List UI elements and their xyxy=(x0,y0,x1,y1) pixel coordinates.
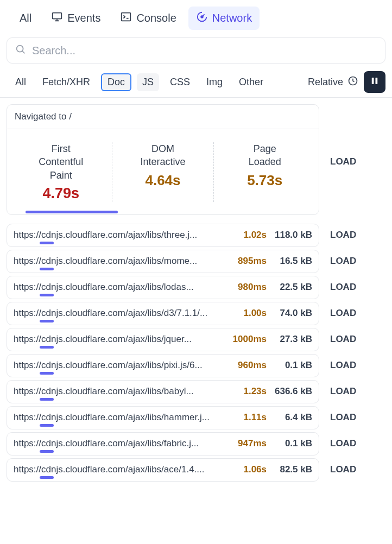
metric: PageLoaded5.73s xyxy=(214,142,315,202)
request-time: 1.11s xyxy=(236,412,267,423)
request-tag: LOAD xyxy=(330,360,356,371)
request-row: https://cdnjs.cloudflare.com/ajax/libs/b… xyxy=(7,380,385,403)
request-tag: LOAD xyxy=(330,308,356,319)
tab-all[interactable]: All xyxy=(12,8,39,29)
svg-rect-11 xyxy=(376,78,378,84)
request-size: 82.5 kB xyxy=(273,464,312,475)
request-tag: LOAD xyxy=(330,412,356,423)
svg-rect-10 xyxy=(372,78,374,84)
monitor-icon xyxy=(51,11,63,26)
request-size: 0.1 kB xyxy=(273,438,312,449)
search-container xyxy=(7,37,385,64)
metric-value: 4.79s xyxy=(15,185,108,202)
request-row: https://cdnjs.cloudflare.com/ajax/libs/p… xyxy=(7,354,385,377)
request-url: https://cdnjs.cloudflare.com/ajax/libs/p… xyxy=(14,360,230,371)
request-card[interactable]: https://cdnjs.cloudflare.com/ajax/libs/h… xyxy=(7,406,319,429)
request-tag: LOAD xyxy=(330,256,356,267)
navigation-header: Navigated to / xyxy=(7,105,319,129)
metric-label: PageLoaded xyxy=(218,142,311,169)
terminal-icon xyxy=(120,11,132,26)
filter-row: All Fetch/XHR Doc JS CSS Img Other Relat… xyxy=(7,71,385,93)
metrics: FirstContentfulPaint4.79sDOMInteractive4… xyxy=(7,129,319,206)
metric-value: 5.73s xyxy=(218,172,311,189)
request-card[interactable]: https://cdnjs.cloudflare.com/ajax/libs/m… xyxy=(7,250,319,273)
navigation-card[interactable]: Navigated to / FirstContentfulPaint4.79s… xyxy=(7,104,319,215)
request-time: 895ms xyxy=(236,256,267,267)
timeline-bar xyxy=(40,398,54,401)
filter-img[interactable]: Img xyxy=(201,73,228,91)
pause-button[interactable] xyxy=(364,71,385,93)
tab-label: Events xyxy=(67,12,100,24)
relative-toggle[interactable]: Relative xyxy=(308,75,358,89)
timeline-bar xyxy=(40,450,54,453)
request-time: 1.02s xyxy=(236,230,267,241)
request-size: 16.5 kB xyxy=(273,256,312,267)
pause-icon xyxy=(370,76,380,88)
request-url: https://cdnjs.cloudflare.com/ajax/libs/b… xyxy=(14,386,230,397)
filter-all[interactable]: All xyxy=(10,73,31,91)
request-row: https://cdnjs.cloudflare.com/ajax/libs/f… xyxy=(7,432,385,456)
request-url: https://cdnjs.cloudflare.com/ajax/libs/m… xyxy=(14,256,230,267)
metric-label: FirstContentfulPaint xyxy=(15,142,108,182)
filter-js[interactable]: JS xyxy=(137,73,159,91)
filter-other[interactable]: Other xyxy=(233,73,269,91)
request-row: https://cdnjs.cloudflare.com/ajax/libs/a… xyxy=(7,458,385,482)
request-url: https://cdnjs.cloudflare.com/ajax/libs/f… xyxy=(14,438,230,449)
request-size: 0.1 kB xyxy=(273,360,312,371)
tab-network[interactable]: Network xyxy=(188,7,260,30)
request-card[interactable]: https://cdnjs.cloudflare.com/ajax/libs/b… xyxy=(7,380,319,403)
metric-value: 4.64s xyxy=(117,172,210,189)
request-size: 636.6 kB xyxy=(273,386,312,397)
request-size: 6.4 kB xyxy=(273,412,312,423)
timeline-bar xyxy=(40,294,54,296)
request-card[interactable]: https://cdnjs.cloudflare.com/ajax/libs/j… xyxy=(7,328,319,351)
timeline-bar xyxy=(40,372,54,375)
request-card[interactable]: https://cdnjs.cloudflare.com/ajax/libs/d… xyxy=(7,302,319,325)
tab-events[interactable]: Events xyxy=(43,7,108,30)
metric: FirstContentfulPaint4.79s xyxy=(10,142,112,202)
request-time: 980ms xyxy=(236,282,267,293)
search-input[interactable] xyxy=(32,45,377,57)
request-tag: LOAD xyxy=(330,334,356,345)
request-row: https://cdnjs.cloudflare.com/ajax/libs/d… xyxy=(7,302,385,325)
filter-doc[interactable]: Doc xyxy=(101,73,131,91)
timeline-bar xyxy=(40,424,54,427)
timeline-bar xyxy=(40,242,54,244)
tab-console[interactable]: Console xyxy=(112,7,184,30)
svg-rect-3 xyxy=(122,13,131,21)
request-tag: LOAD xyxy=(330,386,356,397)
request-tag: LOAD xyxy=(330,230,356,241)
svg-rect-0 xyxy=(53,13,62,19)
relative-label: Relative xyxy=(308,77,343,88)
navigation-row: Navigated to / FirstContentfulPaint4.79s… xyxy=(7,104,385,219)
metric-label: DOMInteractive xyxy=(117,142,210,169)
filter-css[interactable]: CSS xyxy=(165,73,195,91)
request-time: 960ms xyxy=(236,360,267,371)
request-row: https://cdnjs.cloudflare.com/ajax/libs/t… xyxy=(7,224,385,247)
request-tag: LOAD xyxy=(330,464,356,475)
request-card[interactable]: https://cdnjs.cloudflare.com/ajax/libs/l… xyxy=(7,276,319,299)
request-url: https://cdnjs.cloudflare.com/ajax/libs/j… xyxy=(14,334,226,345)
filter-fetch-xhr[interactable]: Fetch/XHR xyxy=(37,73,96,91)
request-card[interactable]: https://cdnjs.cloudflare.com/ajax/libs/f… xyxy=(7,432,319,456)
timeline-bar xyxy=(40,346,54,349)
request-row: https://cdnjs.cloudflare.com/ajax/libs/j… xyxy=(7,328,385,351)
request-card[interactable]: https://cdnjs.cloudflare.com/ajax/libs/p… xyxy=(7,354,319,377)
request-row: https://cdnjs.cloudflare.com/ajax/libs/l… xyxy=(7,276,385,299)
request-time: 1.00s xyxy=(236,308,267,319)
request-time: 1000ms xyxy=(233,334,267,345)
request-row: https://cdnjs.cloudflare.com/ajax/libs/m… xyxy=(7,250,385,273)
request-card[interactable]: https://cdnjs.cloudflare.com/ajax/libs/t… xyxy=(7,224,319,247)
metric: DOMInteractive4.64s xyxy=(112,142,214,202)
request-time: 947ms xyxy=(236,438,267,449)
request-tag: LOAD xyxy=(330,282,356,293)
request-url: https://cdnjs.cloudflare.com/ajax/libs/h… xyxy=(14,412,230,423)
request-url: https://cdnjs.cloudflare.com/ajax/libs/a… xyxy=(14,464,230,475)
request-time: 1.06s xyxy=(236,464,267,475)
tab-label: Network xyxy=(212,12,252,24)
timeline-bar xyxy=(40,268,54,270)
timeline-bar xyxy=(40,476,54,479)
request-card[interactable]: https://cdnjs.cloudflare.com/ajax/libs/a… xyxy=(7,458,319,482)
request-url: https://cdnjs.cloudflare.com/ajax/libs/d… xyxy=(14,308,230,319)
devtools-tabs: All Events Console Network xyxy=(7,7,385,30)
